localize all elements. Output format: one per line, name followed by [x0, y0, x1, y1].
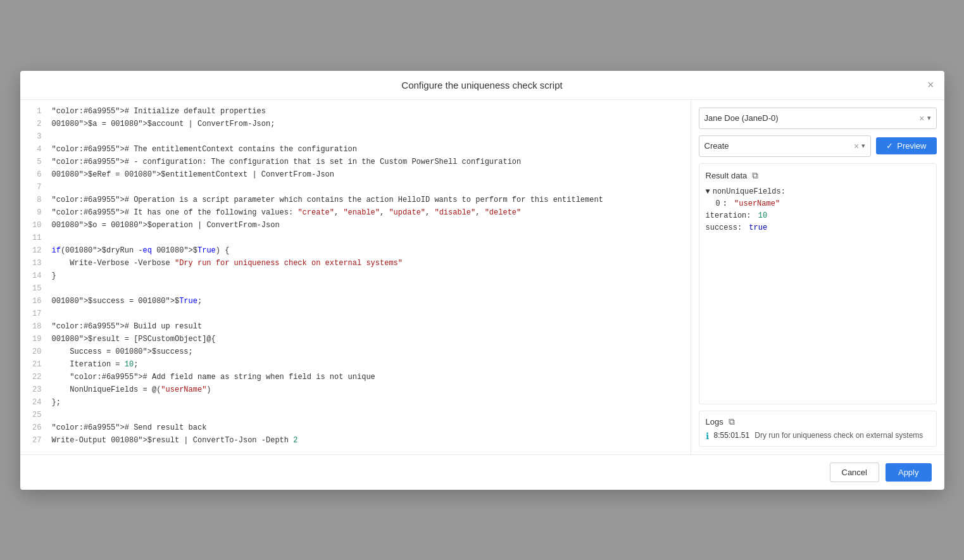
line-content: "color:#6a9955"># Initialize default pro…: [52, 107, 266, 116]
code-line: 1"color:#6a9955"># Initialize default pr…: [20, 106, 691, 119]
logs-section: Logs ⧉ ℹ 8:55:01.51 Dry run for uniquene…: [699, 411, 937, 447]
code-line: 23 NonUniqueFields = @("userName"): [20, 385, 691, 397]
line-number: 9: [20, 208, 52, 217]
code-line: 26"color:#6a9955"># Send result back: [20, 423, 691, 435]
logs-header: Logs ⧉: [706, 416, 930, 427]
modal-body: 1"color:#6a9955"># Initialize default pr…: [20, 100, 944, 454]
code-editor[interactable]: 1"color:#6a9955"># Initialize default pr…: [20, 100, 691, 454]
line-number: 8: [20, 196, 52, 204]
code-line: 2001080">$a = 001080">$account | Convert…: [20, 119, 691, 132]
code-line: 4"color:#6a9955"># The entitlementContex…: [20, 144, 691, 157]
success-key: success:: [706, 222, 747, 234]
code-line: 10001080">$o = 001080">$operation | Conv…: [20, 220, 691, 233]
line-content: 001080">$a = 001080">$account | ConvertF…: [52, 120, 275, 128]
code-line: 9"color:#6a9955"># It has one of the fol…: [20, 208, 691, 220]
line-content: Write-Verbose -Verbose "Dry run for uniq…: [52, 259, 403, 268]
line-number: 13: [20, 259, 52, 268]
line-number: 21: [20, 360, 52, 369]
line-number: 26: [20, 423, 52, 432]
close-button[interactable]: ×: [927, 79, 934, 90]
modal-footer: Cancel Apply: [20, 454, 944, 490]
line-number: 7: [20, 183, 52, 192]
log-message: Dry run for uniqueness check on external…: [754, 431, 923, 440]
modal-header: Configure the uniqueness check script ×: [20, 71, 944, 100]
preview-button[interactable]: ✓ Preview: [876, 137, 936, 154]
cancel-button[interactable]: Cancel: [830, 463, 879, 482]
line-number: 5: [20, 158, 52, 166]
line-number: 25: [20, 411, 52, 420]
line-number: 27: [20, 436, 52, 445]
code-line: 12if(001080">$dryRun -eq 001080">$True) …: [20, 246, 691, 258]
code-line: 15: [20, 283, 691, 296]
line-number: 18: [20, 322, 52, 331]
line-number: 23: [20, 385, 52, 394]
line-number: 10: [20, 221, 52, 230]
line-number: 11: [20, 233, 52, 242]
line-content: 001080">$o = 001080">$operation | Conver…: [52, 221, 280, 230]
logs-copy-icon[interactable]: ⧉: [729, 416, 735, 427]
result-data-header: Result data ⧉: [706, 170, 930, 181]
line-content: Write-Output 001080">$result | ConvertTo…: [52, 436, 298, 445]
iteration-key: iteration:: [706, 210, 756, 222]
code-line: 13 Write-Verbose -Verbose "Dry run for u…: [20, 258, 691, 271]
log-entries: ℹ 8:55:01.51 Dry run for uniqueness chec…: [706, 431, 930, 441]
line-content: "color:#6a9955"># Add field name as stri…: [52, 373, 375, 382]
result-copy-icon[interactable]: ⧉: [752, 170, 758, 181]
success-row: success: true: [706, 222, 930, 234]
line-number: 20: [20, 347, 52, 356]
line-number: 12: [20, 246, 52, 255]
code-line: 24};: [20, 397, 691, 410]
line-content: 001080">$result = [PSCustomObject]@{: [52, 335, 216, 344]
code-line: 18"color:#6a9955"># Build up result: [20, 321, 691, 334]
line-content: };: [52, 398, 61, 407]
code-line: 17: [20, 309, 691, 321]
item-index: 0: [716, 198, 720, 210]
line-content: Success = 001080">$success;: [52, 347, 193, 356]
line-number: 6: [20, 170, 52, 179]
result-data-label: Result data: [706, 171, 748, 180]
line-number: 16: [20, 297, 52, 306]
operation-select[interactable]: Create × ▾: [699, 135, 872, 157]
line-content: Iteration = 10;: [52, 360, 139, 369]
user-select-clear-icon[interactable]: ×: [919, 113, 924, 123]
code-line: 7: [20, 182, 691, 195]
log-entry: ℹ 8:55:01.51 Dry run for uniqueness chec…: [706, 431, 930, 441]
user-select-value: Jane Doe (JaneD-0): [704, 113, 920, 123]
operation-select-value: Create: [704, 141, 854, 151]
configure-modal: Configure the uniqueness check script × …: [20, 71, 944, 490]
operation-select-arrow-icon[interactable]: ▾: [861, 142, 865, 150]
tree-toggle-icon[interactable]: ▼: [706, 186, 710, 198]
item-colon: :: [723, 198, 732, 210]
log-time: 8:55:01.51: [714, 431, 750, 440]
success-value: true: [749, 222, 767, 234]
non-unique-fields-children: 0 : "userName": [706, 198, 930, 210]
line-number: 15: [20, 284, 52, 293]
line-number: 2: [20, 120, 52, 128]
line-content: "color:#6a9955"># Build up result: [52, 322, 203, 331]
user-select[interactable]: Jane Doe (JaneD-0) × ▾: [699, 108, 937, 129]
line-number: 22: [20, 373, 52, 382]
right-panel: Jane Doe (JaneD-0) × ▾ Create × ▾ ✓ Prev…: [691, 100, 944, 454]
line-content: if(001080">$dryRun -eq 001080">$True) {: [52, 246, 230, 255]
line-number: 4: [20, 145, 52, 154]
code-line: 22 "color:#6a9955"># Add field name as s…: [20, 372, 691, 385]
code-line: 20 Success = 001080">$success;: [20, 347, 691, 359]
code-line: 19001080">$result = [PSCustomObject]@{: [20, 334, 691, 347]
code-line: 21 Iteration = 10;: [20, 359, 691, 372]
apply-button[interactable]: Apply: [886, 463, 932, 482]
preview-label: Preview: [897, 141, 926, 151]
modal-title: Configure the uniqueness check script: [401, 80, 562, 90]
operation-select-clear-icon[interactable]: ×: [854, 141, 859, 151]
result-data-section: Result data ⧉ ▼ nonUniqueFields: 0 : "us…: [699, 163, 937, 404]
preview-row: Create × ▾ ✓ Preview: [699, 135, 937, 157]
non-unique-fields-key: nonUniqueFields:: [713, 186, 786, 198]
code-line: 6001080">$eRef = 001080">$entitlementCon…: [20, 170, 691, 182]
code-line: 5"color:#6a9955"># - configuration: The …: [20, 157, 691, 170]
line-content: "color:#6a9955"># It has one of the foll…: [52, 208, 522, 217]
result-tree: ▼ nonUniqueFields: 0 : "userName" iterat…: [706, 186, 930, 235]
line-content: "color:#6a9955"># Send result back: [52, 423, 207, 432]
iteration-row: iteration: 10: [706, 210, 930, 222]
code-line: 8"color:#6a9955"># Operation is a script…: [20, 195, 691, 208]
user-select-arrow-icon[interactable]: ▾: [927, 114, 931, 122]
line-content: NonUniqueFields = @("userName"): [52, 385, 211, 394]
